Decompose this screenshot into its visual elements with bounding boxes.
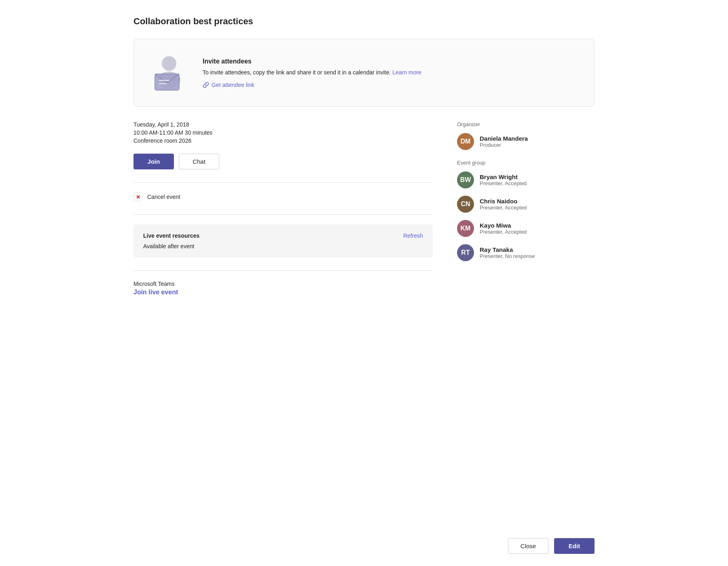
left-panel: Tuesday, April 1, 2018 10:00 AM-11:00 AM… <box>133 121 433 309</box>
member-role-2: Presenter, Accepted <box>480 229 527 235</box>
member-name-1: Chris Naidoo <box>480 198 527 205</box>
resources-available: Available after event <box>143 243 423 249</box>
member-info-2: Kayo Miwa Presenter, Accepted <box>480 222 527 235</box>
join-button[interactable]: Join <box>133 154 174 169</box>
member-info-3: Ray Tanaka Presenter, No response <box>480 246 535 259</box>
organizer-name: Daniela Mandera <box>480 135 528 142</box>
member-role-3: Presenter, No response <box>480 253 535 259</box>
resources-header: Live event resources Refresh <box>143 232 423 239</box>
divider-2 <box>133 214 433 215</box>
event-date: Tuesday, April 1, 2018 <box>133 121 433 128</box>
member-row-1: CN Chris Naidoo Presenter, Accepted <box>457 196 595 213</box>
organizer-info: Daniela Mandera Producer <box>480 135 528 148</box>
get-attendee-link[interactable]: Get attendee link <box>203 82 581 88</box>
member-role-1: Presenter, Accepted <box>480 205 527 211</box>
member-info-0: Bryan Wright Presenter, Accepted <box>480 173 527 186</box>
member-name-2: Kayo Miwa <box>480 222 527 229</box>
member-row-0: BW Bryan Wright Presenter, Accepted <box>457 171 595 188</box>
footer-row: Close Edit <box>508 538 595 554</box>
right-panel: Organizer DM Daniela Mandera Producer Ev… <box>457 121 595 309</box>
organizer-row: DM Daniela Mandera Producer <box>457 133 595 150</box>
main-content: Tuesday, April 1, 2018 10:00 AM-11:00 AM… <box>133 121 595 309</box>
member-avatar-1: CN <box>457 196 474 213</box>
dialog-container: Collaboration best practices Invite atte… <box>117 0 611 566</box>
ms-teams-label: Microsoft Teams <box>133 281 433 287</box>
member-info-1: Chris Naidoo Presenter, Accepted <box>480 198 527 211</box>
button-row: Join Chat <box>133 154 433 169</box>
event-location: Conference room 2026 <box>133 137 433 144</box>
invite-desc: To invite attendees, copy the link and s… <box>203 68 581 77</box>
member-name-0: Bryan Wright <box>480 173 527 180</box>
invite-illustration <box>147 51 191 95</box>
invite-title: Invite attendees <box>203 58 581 65</box>
close-button[interactable]: Close <box>508 538 548 554</box>
svg-point-0 <box>162 56 176 71</box>
cancel-text[interactable]: Cancel event <box>147 194 180 200</box>
divider-3 <box>133 270 433 271</box>
refresh-link[interactable]: Refresh <box>403 232 423 239</box>
member-row-2: KM Kayo Miwa Presenter, Accepted <box>457 220 595 237</box>
member-role-0: Presenter, Accepted <box>480 180 527 186</box>
member-row-3: RT Ray Tanaka Presenter, No response <box>457 244 595 261</box>
invite-card: Invite attendees To invite attendees, co… <box>133 39 595 107</box>
resources-card: Live event resources Refresh Available a… <box>133 224 433 258</box>
event-time: 10:00 AM-11:00 AM 30 minutes <box>133 129 433 136</box>
page-title: Collaboration best practices <box>133 16 595 27</box>
cancel-row: ✕ Cancel event <box>133 192 433 201</box>
organizer-avatar: DM <box>457 133 474 150</box>
organizer-role: Producer <box>480 142 528 148</box>
member-name-3: Ray Tanaka <box>480 246 535 253</box>
invite-text-block: Invite attendees To invite attendees, co… <box>203 58 581 88</box>
join-live-section: Microsoft Teams Join live event <box>133 281 433 296</box>
join-live-link[interactable]: Join live event <box>133 289 178 296</box>
cancel-icon: ✕ <box>133 192 142 201</box>
edit-button[interactable]: Edit <box>554 538 595 554</box>
organizer-label: Organizer <box>457 121 595 127</box>
chat-button[interactable]: Chat <box>179 154 219 169</box>
member-avatar-2: KM <box>457 220 474 237</box>
divider-1 <box>133 182 433 183</box>
event-group-label: Event group <box>457 160 595 166</box>
resources-title: Live event resources <box>143 232 199 239</box>
learn-more-link[interactable]: Learn more <box>392 69 421 76</box>
member-avatar-0: BW <box>457 171 474 188</box>
link-icon <box>203 82 209 88</box>
member-avatar-3: RT <box>457 244 474 261</box>
